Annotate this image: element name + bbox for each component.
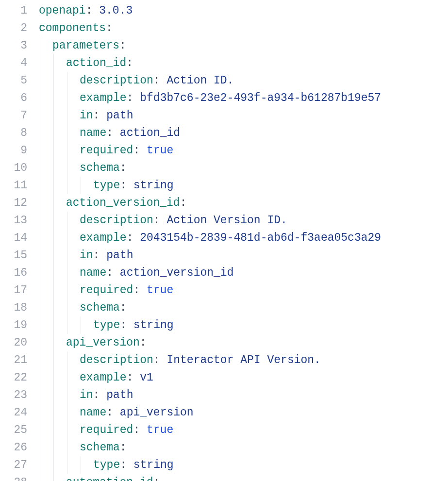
line-number: 14 — [0, 229, 27, 247]
token-key: type — [93, 459, 120, 471]
token-key: parameters — [52, 39, 119, 52]
line-number: 6 — [0, 89, 27, 107]
line-number: 17 — [0, 282, 27, 299]
token-punc: : — [120, 301, 127, 314]
token-val: path — [106, 389, 133, 401]
indent-guide — [53, 72, 54, 89]
indent-guide — [81, 316, 81, 334]
code-line: type: string — [39, 177, 448, 194]
token-key: automation_id — [66, 476, 153, 481]
indent-guide — [40, 351, 40, 369]
token-kw: true — [147, 424, 173, 436]
token-key: description — [80, 214, 153, 227]
code-line: in: path — [39, 386, 448, 404]
indent-guide — [53, 421, 54, 439]
token-punc: : — [86, 4, 100, 17]
line-number: 15 — [0, 247, 27, 264]
indent-guide — [53, 456, 54, 474]
indent-guide — [53, 264, 54, 282]
token-kw: true — [147, 284, 173, 297]
code-line: parameters: — [39, 37, 448, 54]
code-line: type: string — [39, 316, 448, 334]
token-val: path — [106, 109, 133, 122]
token-punc: : — [120, 441, 127, 454]
token-val: path — [106, 249, 133, 262]
indent-guide — [53, 229, 54, 247]
indent-guide — [40, 456, 40, 474]
line-number: 13 — [0, 212, 27, 229]
indent-guide — [40, 386, 40, 404]
line-number: 1 — [0, 2, 27, 19]
token-key: name — [80, 127, 106, 139]
indent-guide — [40, 54, 40, 72]
token-key: openapi — [39, 4, 86, 17]
indent-guide — [40, 159, 40, 177]
indent-guide — [53, 386, 54, 404]
token-key: description — [80, 354, 153, 366]
indent-guide — [40, 334, 40, 351]
indent-guide — [53, 194, 54, 212]
token-val: 2043154b-2839-481d-ab6d-f3aea05c3a29 — [140, 232, 381, 244]
code-line: name: api_version — [39, 404, 448, 421]
indent-guide — [67, 404, 67, 421]
indent-guide — [53, 474, 54, 481]
line-number: 12 — [0, 194, 27, 212]
token-key: in — [80, 389, 93, 401]
indent-guide — [67, 159, 67, 177]
line-number: 8 — [0, 124, 27, 142]
indent-guide — [40, 474, 40, 481]
line-number: 28 — [0, 474, 27, 481]
indent-guide — [67, 142, 67, 159]
indent-guide — [40, 212, 40, 229]
line-number: 7 — [0, 107, 27, 124]
indent-guide — [53, 404, 54, 421]
code-line: schema: — [39, 299, 448, 316]
token-key: example — [80, 371, 127, 384]
token-key: required — [80, 284, 133, 297]
code-area[interactable]: openapi: 3.0.3components:parameters:acti… — [39, 2, 448, 481]
indent-guide — [40, 194, 40, 212]
token-key: name — [80, 266, 106, 279]
token-key: action_id — [66, 57, 126, 69]
indent-guide — [67, 107, 67, 124]
indent-guide — [67, 72, 67, 89]
code-line: description: Interactor API Version. — [39, 351, 448, 369]
code-line: schema: — [39, 159, 448, 177]
token-punc: : — [133, 424, 147, 436]
indent-guide — [53, 282, 54, 299]
token-val: Action Version ID. — [166, 214, 287, 227]
indent-guide — [67, 299, 67, 316]
token-punc: : — [120, 179, 133, 192]
indent-guide — [40, 316, 40, 334]
line-number: 11 — [0, 177, 27, 194]
line-number: 21 — [0, 351, 27, 369]
code-line: type: string — [39, 456, 448, 474]
line-number: 4 — [0, 54, 27, 72]
code-line: automation_id: — [39, 474, 448, 481]
token-punc: : — [93, 109, 107, 122]
indent-guide — [67, 386, 67, 404]
indent-guide — [40, 229, 40, 247]
token-key: example — [80, 232, 127, 244]
code-line: example: bfd3b7c6-23e2-493f-a934-b61287b… — [39, 89, 448, 107]
indent-guide — [67, 351, 67, 369]
code-line: name: action_id — [39, 124, 448, 142]
token-kw: true — [147, 144, 173, 157]
indent-guide — [53, 299, 54, 316]
code-line: required: true — [39, 282, 448, 299]
token-punc: : — [153, 214, 167, 227]
code-line: in: path — [39, 107, 448, 124]
indent-guide — [40, 421, 40, 439]
indent-guide — [53, 54, 54, 72]
token-punc: : — [93, 389, 107, 401]
token-val: string — [133, 319, 174, 332]
indent-guide — [67, 247, 67, 264]
token-key: required — [80, 144, 133, 157]
code-line: components: — [39, 19, 448, 37]
code-line: required: true — [39, 421, 448, 439]
indent-guide — [53, 142, 54, 159]
line-number: 20 — [0, 334, 27, 351]
indent-guide — [53, 159, 54, 177]
line-number: 23 — [0, 386, 27, 404]
token-punc: : — [127, 92, 140, 104]
